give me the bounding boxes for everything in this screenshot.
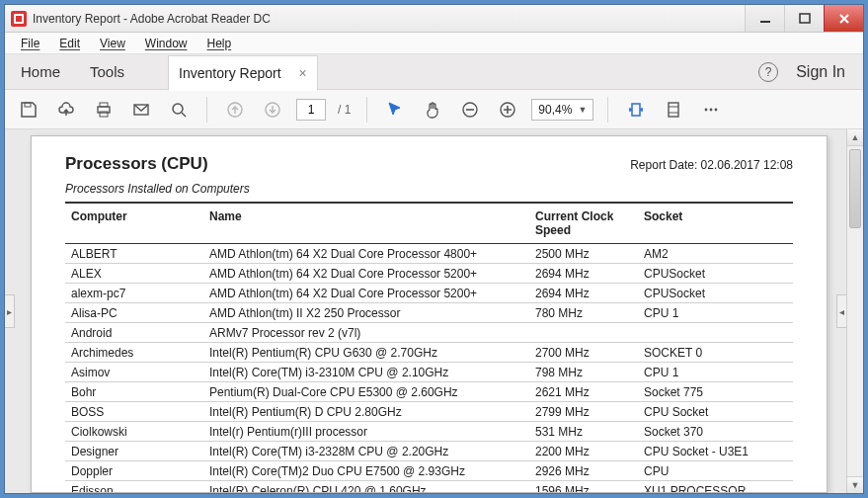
signin-link[interactable]: Sign In [796,63,845,81]
cell-name: ARMv7 Processor rev 2 (v7l) [203,323,529,343]
cell-clock: 798 MHz [529,363,638,382]
hand-tool-icon[interactable] [419,96,446,124]
cell-socket: Socket 775 [638,382,793,402]
cell-computer: Alisa-PC [65,303,203,323]
email-icon[interactable] [127,96,155,124]
cell-computer: alexm-pc7 [65,284,203,303]
cell-computer: ALEX [65,264,203,284]
app-icon [11,11,27,27]
table-row: alexm-pc7AMD Athlon(tm) 64 X2 Dual Core … [65,284,793,303]
cell-socket: XU1 PROCESSOR [638,481,793,494]
cell-computer: Android [65,323,203,343]
cell-computer: ALBERT [65,244,203,264]
cell-clock: 1596 MHz [529,481,638,494]
report-date: Report Date: 02.06.2017 12:08 [630,158,793,172]
menu-edit[interactable]: Edit [51,35,88,52]
cell-name: AMD Athlon(tm) II X2 250 Processor [203,303,529,323]
scroll-down-icon[interactable]: ▼ [847,476,863,493]
table-row: DopplerIntel(R) Core(TM)2 Duo CPU E7500 … [65,461,793,481]
cell-name: Intel(R) Core(TM) i3-2310M CPU @ 2.10GHz [203,363,529,382]
cell-socket: CPU Socket [638,402,793,422]
tab-document-label: Inventory Report [179,65,281,81]
svg-point-19 [715,108,718,111]
cell-computer: Designer [65,442,203,461]
cell-computer: Archimedes [65,343,203,363]
table-row: ALBERTAMD Athlon(tm) 64 X2 Dual Core Pro… [65,244,793,264]
print-icon[interactable] [90,96,118,124]
svg-rect-16 [669,103,678,117]
menubar: File Edit View Window Help [5,33,863,54]
cell-clock: 2700 MHz [529,343,638,363]
cell-socket: CPUSocket [638,264,793,284]
menu-window[interactable]: Window [137,35,196,52]
right-panel-handle[interactable]: ◂ [836,294,846,328]
menu-view[interactable]: View [92,35,133,52]
cell-socket: SOCKET 0 [638,343,793,363]
table-row: ArchimedesIntel(R) Pentium(R) CPU G630 @… [65,343,793,363]
close-button[interactable] [824,5,863,32]
cell-clock [529,323,638,343]
svg-rect-2 [16,16,22,22]
fit-width-icon[interactable] [622,96,650,124]
col-name: Name [203,203,529,244]
zoom-in-icon[interactable] [494,96,521,124]
cell-name: AMD Athlon(tm) 64 X2 Dual Core Processor… [203,244,529,264]
cell-socket: CPU [638,461,793,481]
page-display-icon[interactable] [660,96,687,124]
cell-socket: CPU Socket - U3E1 [638,442,793,461]
save-icon[interactable] [15,96,42,124]
chevron-down-icon: ▼ [578,105,587,115]
zoom-out-icon[interactable] [456,96,484,124]
help-icon[interactable]: ? [758,62,778,82]
zoom-select[interactable]: 90,4% ▼ [531,99,593,121]
table-row: DesignerIntel(R) Core(TM) i3-2328M CPU @… [65,442,793,461]
left-panel-handle[interactable]: ▸ [5,294,15,328]
page-number-input[interactable] [296,99,326,121]
svg-rect-3 [760,21,770,23]
cell-computer: Ciolkowski [65,422,203,442]
table-row: AsimovIntel(R) Core(TM) i3-2310M CPU @ 2… [65,363,793,382]
table-row: EdissonIntel(R) Celeron(R) CPU 420 @ 1.6… [65,481,793,494]
menu-file[interactable]: File [13,35,47,52]
table-row: ALEXAMD Athlon(tm) 64 X2 Dual Core Proce… [65,264,793,284]
cell-computer: BOSS [65,402,203,422]
maximize-button[interactable] [784,5,824,32]
report-subtitle: Processors Installed on Computers [65,182,793,196]
minimize-button[interactable] [745,5,784,32]
svg-point-18 [710,108,713,111]
document-viewport: ▸ ◂ Processors (CPU) Report Date: 02.06.… [5,129,863,493]
tab-home[interactable]: Home [17,63,64,80]
tab-tools[interactable]: Tools [86,63,128,80]
cell-clock: 2694 MHz [529,284,638,303]
tab-close-icon[interactable]: × [299,65,307,81]
table-row: BohrPentium(R) Dual-Core CPU E5300 @ 2.6… [65,382,793,402]
cell-socket: CPUSocket [638,284,793,303]
vertical-scrollbar[interactable]: ▲ ▼ [846,129,863,493]
cell-clock: 2799 MHz [529,402,638,422]
zoom-value: 90,4% [538,103,572,117]
cell-socket: Socket 370 [638,422,793,442]
titlebar: Inventory Report - Adobe Acrobat Reader … [5,5,863,33]
tab-document[interactable]: Inventory Report × [168,55,318,91]
cell-name: Pentium(R) Dual-Core CPU E5300 @ 2.60GHz [203,382,529,402]
scroll-thumb[interactable] [849,149,861,228]
selection-tool-icon[interactable] [381,96,409,124]
cell-clock: 780 MHz [529,303,638,323]
pdf-page: Processors (CPU) Report Date: 02.06.2017… [31,135,828,493]
menu-help[interactable]: Help [199,35,240,52]
report-title: Processors (CPU) [65,154,630,174]
page-up-icon[interactable] [221,96,249,124]
page-down-icon[interactable] [259,96,286,124]
svg-rect-4 [800,14,810,23]
scroll-up-icon[interactable]: ▲ [847,129,863,146]
cell-socket: CPU 1 [638,363,793,382]
more-tools-icon[interactable] [697,96,725,124]
app-window: Inventory Report - Adobe Acrobat Reader … [4,4,864,494]
search-icon[interactable] [165,96,193,124]
table-row: BOSSIntel(R) Pentium(R) D CPU 2.80GHz279… [65,402,793,422]
cell-computer: Bohr [65,382,203,402]
cell-clock: 531 MHz [529,422,638,442]
svg-rect-15 [632,104,640,116]
cell-computer: Doppler [65,461,203,481]
cloud-upload-icon[interactable] [52,96,80,124]
